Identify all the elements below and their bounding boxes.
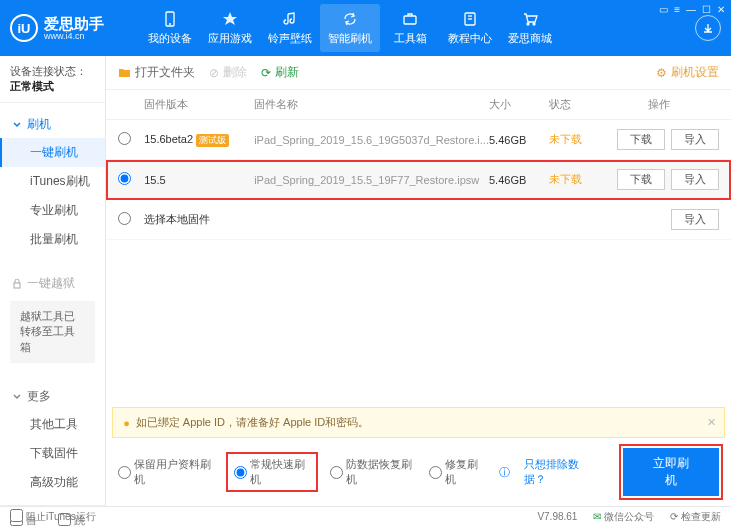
chevron-down-icon [12, 120, 22, 130]
firmware-radio[interactable] [118, 212, 131, 225]
svg-point-6 [527, 23, 529, 25]
import-button[interactable]: 导入 [671, 169, 719, 190]
check-update-link[interactable]: ⟳ 检查更新 [670, 510, 721, 524]
mode-repair[interactable]: 修复刷机 [429, 457, 484, 487]
flash-icon [341, 10, 359, 28]
folder-icon [118, 66, 131, 79]
download-button[interactable]: 下载 [617, 169, 665, 190]
sidebar-hd-flash[interactable]: 刷机 [0, 111, 105, 138]
sidebar-item-advanced[interactable]: 高级功能 [0, 468, 105, 497]
window-controls: ▭ ≡ — ☐ ✕ [659, 4, 725, 15]
svg-rect-8 [14, 283, 20, 288]
logo-icon: iU [10, 14, 38, 42]
sidebar-item-itunes[interactable]: iTunes刷机 [0, 167, 105, 196]
version-label: V7.98.61 [537, 511, 577, 522]
mode-keep-data[interactable]: 保留用户资料刷机 [118, 457, 214, 487]
jailbreak-note: 越狱工具已转移至工具箱 [10, 301, 95, 363]
sidebar-item-batch[interactable]: 批量刷机 [0, 225, 105, 254]
delete-button[interactable]: ⊘删除 [209, 64, 247, 81]
import-button[interactable]: 导入 [671, 209, 719, 230]
nav-flash[interactable]: 智能刷机 [320, 4, 380, 52]
lock-icon [12, 279, 22, 289]
app-name: 爱思助手 [44, 16, 104, 31]
col-name: 固件名称 [254, 97, 489, 112]
settings-icon[interactable]: ≡ [674, 4, 680, 15]
wechat-link[interactable]: ✉ 微信公众号 [593, 510, 654, 524]
close-warning-icon[interactable]: ✕ [707, 416, 716, 429]
book-icon [461, 10, 479, 28]
col-status: 状态 [549, 97, 599, 112]
local-firmware-row[interactable]: 选择本地固件 导入 [106, 200, 731, 240]
mode-protect[interactable]: 防数据恢复刷机 [330, 457, 416, 487]
sidebar-hd-jailbreak[interactable]: 一键越狱 [0, 270, 105, 297]
refresh-icon: ⟳ [261, 66, 271, 80]
download-button[interactable]: 下载 [617, 129, 665, 150]
toolbar: 打开文件夹 ⊘删除 ⟳刷新 ⚙刷机设置 [106, 56, 731, 90]
col-size: 大小 [489, 97, 549, 112]
mode-normal[interactable]: 常规快速刷机 [228, 454, 316, 490]
status-bar: 阻止iTunes运行 V7.98.61 ✉ 微信公众号 ⟳ 检查更新 [0, 506, 731, 526]
nav-apps[interactable]: 应用游戏 [200, 4, 260, 52]
table-header: 固件版本 固件名称 大小 状态 操作 [106, 90, 731, 120]
nav-ringtones[interactable]: 铃声壁纸 [260, 4, 320, 52]
nav-store[interactable]: 爱思商城 [500, 4, 560, 52]
gear-icon: ⚙ [656, 66, 667, 80]
sidebar-item-oneclick[interactable]: 一键刷机 [0, 138, 105, 167]
menu-icon[interactable]: ▭ [659, 4, 668, 15]
nav-toolbox[interactable]: 工具箱 [380, 4, 440, 52]
close-icon[interactable]: ✕ [717, 4, 725, 15]
firmware-radio[interactable] [118, 172, 131, 185]
flash-options: 保留用户资料刷机 常规快速刷机 防数据恢复刷机 修复刷机 ⓘ 只想排除数据？ 立… [106, 438, 731, 506]
firmware-row[interactable]: 15.6beta2测试版 iPad_Spring_2019_15.6_19G50… [106, 120, 731, 160]
app-icon [221, 10, 239, 28]
firmware-radio[interactable] [118, 132, 131, 145]
sidebar: 设备连接状态：正常模式 刷机 一键刷机 iTunes刷机 专业刷机 批量刷机 一… [0, 56, 106, 506]
firmware-row-selected[interactable]: 15.5 iPad_Spring_2019_15.5_19F77_Restore… [106, 160, 731, 200]
sidebar-item-othertools[interactable]: 其他工具 [0, 410, 105, 439]
import-button[interactable]: 导入 [671, 129, 719, 150]
col-version: 固件版本 [144, 97, 254, 112]
info-icon[interactable]: ⓘ [499, 465, 510, 480]
music-icon [281, 10, 299, 28]
svg-rect-2 [404, 16, 416, 24]
col-action: 操作 [599, 97, 719, 112]
sidebar-hd-more[interactable]: 更多 [0, 383, 105, 410]
cart-icon [521, 10, 539, 28]
maximize-icon[interactable]: ☐ [702, 4, 711, 15]
nav-my-device[interactable]: 我的设备 [140, 4, 200, 52]
phone-icon [161, 10, 179, 28]
svg-point-7 [533, 23, 535, 25]
connection-status: 设备连接状态：正常模式 [0, 56, 105, 103]
delete-icon: ⊘ [209, 66, 219, 80]
app-logo: iU 爱思助手 www.i4.cn [10, 14, 140, 42]
exclude-data-link[interactable]: 只想排除数据？ [524, 457, 595, 487]
nav-tutorials[interactable]: 教程中心 [440, 4, 500, 52]
wechat-icon: ✉ [593, 511, 601, 522]
download-button[interactable] [695, 15, 721, 41]
app-url: www.i4.cn [44, 31, 104, 41]
sidebar-item-pro[interactable]: 专业刷机 [0, 196, 105, 225]
warning-icon: ● [123, 417, 130, 429]
open-folder-button[interactable]: 打开文件夹 [118, 64, 195, 81]
toolbox-icon [401, 10, 419, 28]
flash-now-button[interactable]: 立即刷机 [623, 448, 719, 496]
appleid-warning: ● 如已绑定 Apple ID，请准备好 Apple ID和密码。 ✕ [112, 407, 725, 438]
minimize-icon[interactable]: — [686, 4, 696, 15]
update-icon: ⟳ [670, 511, 678, 522]
flash-settings-button[interactable]: ⚙刷机设置 [656, 64, 719, 81]
block-itunes-checkbox[interactable]: 阻止iTunes运行 [10, 509, 96, 524]
sidebar-item-downloadfw[interactable]: 下载固件 [0, 439, 105, 468]
refresh-button[interactable]: ⟳刷新 [261, 64, 299, 81]
top-nav: 我的设备 应用游戏 铃声壁纸 智能刷机 工具箱 教程中心 爱思商城 [140, 4, 687, 52]
chevron-down-icon [12, 392, 22, 402]
